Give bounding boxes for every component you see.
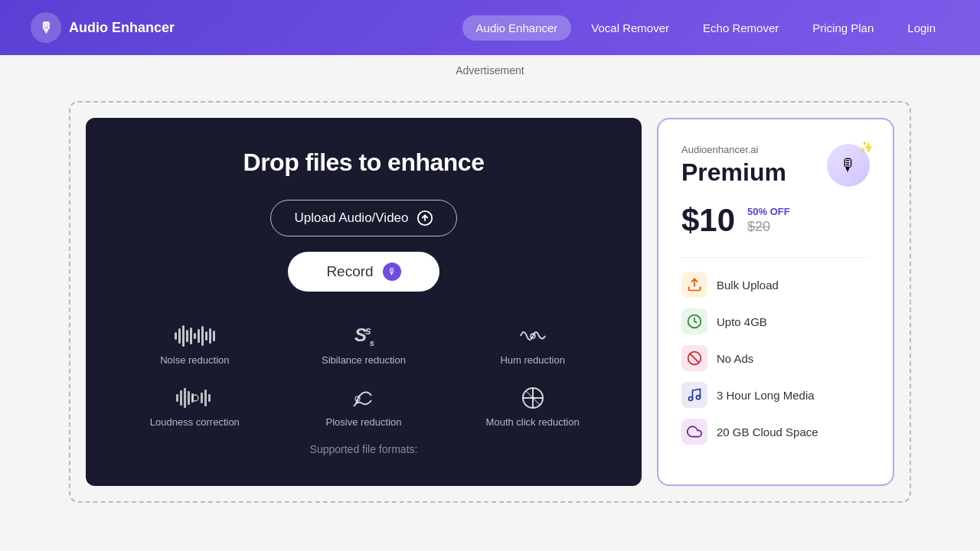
price-main: $10 [681,202,735,239]
advertisement-bar: Advertisement [0,55,980,86]
feature-mouth-click-reduction: Mouth click reduction [454,384,611,428]
nav-vocal-remover[interactable]: Vocal Remover [577,15,683,41]
premium-panel: Audioenhancer.ai Premium 🎙 ✨ $10 50% OFF… [657,118,894,486]
svg-rect-4 [184,388,186,408]
advertisement-label: Advertisement [456,64,524,77]
brand-label: Audioenhancer.ai [681,144,786,155]
upload-icon [416,210,433,227]
svg-rect-3 [180,390,182,406]
storage-label: Upto 4GB [717,315,767,328]
feature-loudness-correction: Loudness correction [116,384,273,428]
premium-logo: 🎙 ✨ [827,144,870,187]
record-button[interactable]: Record 🎙 [288,252,439,292]
no-ads-label: No Ads [717,352,753,365]
original-price: $20 [747,219,790,235]
storage-icon [681,308,707,334]
cloud-space-label: 20 GB Cloud Space [717,425,818,439]
plosive-reduction-label: Plosive reduction [325,416,401,428]
premium-feature-no-ads: No Ads [681,345,870,371]
hum-reduction-icon [519,322,547,350]
premium-logo-icon: 🎙 [840,155,857,175]
upload-panel: Drop files to enhance Upload Audio/Video… [86,118,642,486]
upload-button-label: Upload Audio/Video [294,210,408,226]
nav-echo-remover[interactable]: Echo Remover [689,15,792,41]
discount-badge: 50% OFF [747,206,790,217]
hum-reduction-label: Hum reduction [500,354,565,366]
noise-reduction-label: Noise reduction [160,354,229,366]
brand-icon: 🎙 [31,12,61,43]
premium-feature-list: Bulk Upload Upto 4GB [681,272,870,445]
loudness-correction-label: Loudness correction [150,416,240,428]
nav-pricing-plan[interactable]: Pricing Plan [799,15,887,41]
nav-login[interactable]: Login [893,15,949,41]
record-button-label: Record [326,263,373,280]
no-ads-icon [681,345,707,371]
svg-rect-5 [188,391,190,405]
navbar-nav: Audio Enhancer Vocal Remover Echo Remove… [462,15,949,41]
divider [681,257,870,258]
brand-name: Audio Enhancer [69,20,175,36]
upload-button[interactable]: Upload Audio/Video [270,200,456,236]
main-container: Drop files to enhance Upload Audio/Video… [69,101,911,503]
svg-point-21 [697,396,701,399]
supported-formats-label: Supported file formats: [310,443,418,455]
nav-audio-enhancer[interactable]: Audio Enhancer [462,15,572,41]
svg-rect-2 [176,394,178,402]
price-row: $10 50% OFF $20 [681,202,870,239]
loudness-correction-icon [175,384,214,412]
feature-noise-reduction: Noise reduction [116,322,273,366]
feature-sibilance-reduction: Sss Sibilance reduction [286,322,443,366]
svg-rect-8 [201,393,203,403]
bulk-upload-icon [681,272,707,298]
long-media-icon [681,382,707,408]
svg-line-19 [690,354,699,363]
noise-reduction-icon [175,322,215,350]
plosive-reduction-icon [350,384,377,412]
premium-title-group: Audioenhancer.ai Premium [681,144,786,187]
premium-title: Premium [681,158,786,187]
sibilance-reduction-label: Sibilance reduction [322,354,406,366]
premium-feature-storage: Upto 4GB [681,308,870,334]
premium-feature-cloud-space: 20 GB Cloud Space [681,419,870,445]
sparkle-icon: ✨ [860,141,873,153]
premium-feature-bulk-upload: Bulk Upload [681,272,870,298]
drop-title: Drop files to enhance [243,148,485,177]
feature-plosive-reduction: Plosive reduction [286,384,443,428]
svg-rect-9 [204,390,207,406]
bulk-upload-label: Bulk Upload [717,279,779,292]
svg-point-20 [689,397,693,401]
mic-icon: 🎙 [383,262,401,281]
long-media-label: 3 Hour Long Media [717,389,815,402]
cloud-space-icon [681,419,707,445]
brand: 🎙 Audio Enhancer [31,12,175,43]
navbar: 🎙 Audio Enhancer Audio Enhancer Vocal Re… [0,0,980,55]
price-meta: 50% OFF $20 [747,206,790,235]
mouth-click-reduction-icon [521,384,545,412]
sibilance-icon: Sss [354,322,373,350]
premium-feature-long-media: 3 Hour Long Media [681,382,870,408]
feature-hum-reduction: Hum reduction [454,322,611,366]
main-content: Drop files to enhance Upload Audio/Video… [0,86,980,518]
features-grid: Noise reduction Sss Sibilance reduction [109,322,619,428]
premium-header: Audioenhancer.ai Premium 🎙 ✨ [681,144,870,187]
mouth-click-reduction-label: Mouth click reduction [486,416,580,428]
svg-rect-10 [208,394,211,402]
